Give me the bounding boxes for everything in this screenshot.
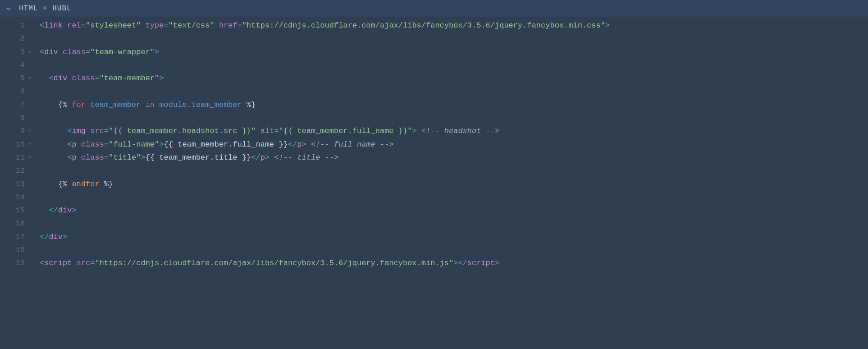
- code-line[interactable]: [40, 32, 868, 45]
- line-number: 17: [12, 230, 25, 243]
- token-punct: >: [412, 124, 416, 138]
- token-tag: p: [72, 151, 76, 164]
- token-str: "team-wrapper": [90, 46, 155, 59]
- token-punct: >: [141, 151, 145, 164]
- code-line[interactable]: {% endfor %}: [40, 178, 868, 191]
- code-line[interactable]: [40, 164, 868, 177]
- token-plain: {%: [40, 178, 72, 191]
- code-line[interactable]: [40, 111, 868, 124]
- line-number: 13: [12, 178, 25, 191]
- token-punct: <: [49, 72, 53, 85]
- code-line[interactable]: <p class="title">{{ team_member.title }}…: [40, 151, 868, 164]
- token-punct: =: [104, 151, 109, 164]
- code-editor[interactable]: 123▾45▾6789▾10▾11▾1213141516171819 <link…: [0, 17, 868, 349]
- token-punct: <: [67, 124, 72, 138]
- token-str: "title": [109, 151, 141, 164]
- code-line[interactable]: <div class="team-wrapper">: [40, 46, 868, 59]
- line-number: 15: [12, 204, 25, 217]
- token-punct: >: [495, 257, 499, 270]
- code-line[interactable]: </div>: [40, 230, 868, 243]
- token-plain: [270, 151, 274, 164]
- code-line[interactable]: <img src="{{ team_member.headshot.src }}…: [40, 124, 868, 138]
- gutter-line: 6: [0, 85, 36, 98]
- gutter-line: 9▾: [0, 124, 36, 138]
- token-plain: [67, 72, 72, 85]
- language-label: HTML + HUBL: [19, 5, 72, 13]
- line-number: 16: [12, 217, 25, 230]
- fold-marker-icon[interactable]: ▾: [27, 72, 33, 85]
- token-plain: [77, 151, 81, 164]
- code-line[interactable]: {% for team_member in module.team_member…: [40, 98, 868, 111]
- token-tag: img: [72, 124, 86, 138]
- code-line[interactable]: [40, 243, 868, 257]
- line-number: 1: [12, 19, 25, 32]
- code-line[interactable]: <div class="team-member">: [40, 72, 868, 85]
- line-number: 9: [12, 124, 25, 138]
- code-line[interactable]: <script src="https://cdnjs.cloudflare.co…: [40, 257, 868, 270]
- token-tag: script: [44, 257, 72, 270]
- gutter-line: 10▾: [0, 138, 36, 151]
- fold-marker-icon[interactable]: ▾: [27, 138, 33, 151]
- token-plain: [40, 138, 67, 151]
- line-number: 4: [12, 59, 25, 72]
- line-number: 5: [12, 72, 25, 85]
- token-plain: [141, 19, 145, 32]
- gutter-line: 19: [0, 257, 36, 270]
- token-punct: <: [67, 151, 72, 164]
- code-line[interactable]: [40, 191, 868, 204]
- token-punct: >: [302, 138, 306, 151]
- token-str: "{{ team_member.full_name }}": [279, 124, 412, 138]
- code-line[interactable]: <link rel="stylesheet" type="text/css" h…: [40, 19, 868, 32]
- fold-marker-icon[interactable]: ▾: [27, 124, 33, 138]
- token-punct: =: [104, 138, 109, 151]
- code-line[interactable]: [40, 217, 868, 230]
- gutter-line: 12: [0, 164, 36, 177]
- chevron-down-icon[interactable]: [5, 5, 12, 12]
- token-tag: p: [72, 138, 76, 151]
- token-plain: [40, 72, 49, 85]
- token-punct: </: [458, 257, 467, 270]
- gutter-line: 8: [0, 111, 36, 124]
- token-comment: <!-- headshot -->: [421, 124, 499, 138]
- code-line[interactable]: </div>: [40, 204, 868, 217]
- token-punct: </: [251, 151, 260, 164]
- token-punct: =: [164, 19, 168, 32]
- fold-marker-icon[interactable]: ▾: [27, 46, 33, 59]
- code-content[interactable]: <link rel="stylesheet" type="text/css" h…: [36, 17, 868, 349]
- code-line[interactable]: <p class="full-name">{{ team_member.full…: [40, 138, 868, 151]
- gutter-line: 16: [0, 217, 36, 230]
- gutter-line: 14: [0, 191, 36, 204]
- token-tag: div: [58, 204, 72, 217]
- editor-header[interactable]: HTML + HUBL: [0, 0, 868, 17]
- token-tag: div: [44, 46, 58, 59]
- token-attr: src: [77, 257, 91, 270]
- token-kw: for: [72, 98, 86, 111]
- token-punct: >: [159, 138, 164, 151]
- token-attr: class: [63, 46, 86, 59]
- line-number: 2: [12, 32, 25, 45]
- line-number: 12: [12, 164, 25, 177]
- token-punct: >: [63, 230, 67, 243]
- code-line[interactable]: [40, 85, 868, 98]
- line-number: 14: [12, 191, 25, 204]
- token-punct: >: [453, 257, 458, 270]
- token-plain: [155, 98, 159, 111]
- token-attr: class: [81, 151, 104, 164]
- fold-marker-icon[interactable]: ▾: [27, 151, 33, 164]
- line-number: 11: [12, 151, 25, 164]
- line-number: 19: [12, 257, 25, 270]
- token-plain: [215, 19, 219, 32]
- token-attr: alt: [260, 124, 274, 138]
- gutter-line: 17: [0, 230, 36, 243]
- token-plain: {%: [40, 98, 72, 111]
- token-plain: [306, 138, 311, 151]
- gutter-line: 18: [0, 243, 36, 257]
- token-comment: <!-- title -->: [274, 151, 338, 164]
- code-line[interactable]: [40, 59, 868, 72]
- token-attr: src: [90, 124, 104, 138]
- token-punct: >: [155, 46, 159, 59]
- token-punct: =: [238, 19, 242, 32]
- token-str: "text/css": [169, 19, 215, 32]
- token-plain: [63, 19, 67, 32]
- token-plain: [141, 98, 145, 111]
